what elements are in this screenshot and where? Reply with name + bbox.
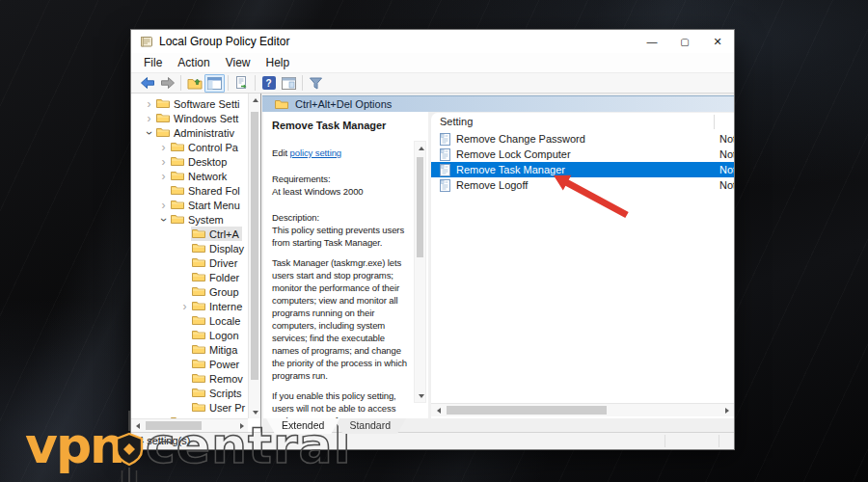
- policy-setting-icon: [440, 133, 450, 146]
- policy-row-remove-change-password[interactable]: Remove Change PasswordNot: [431, 131, 734, 147]
- tree-item-system[interactable]: ›System: [131, 212, 248, 227]
- tree-item-body[interactable]: Software Setti: [155, 96, 242, 111]
- tree-item-locale[interactable]: Locale: [131, 313, 248, 328]
- tree-item-body[interactable]: Locale: [191, 313, 243, 328]
- tree-item-scripts[interactable]: Scripts: [131, 386, 248, 400]
- scroll-left-icon[interactable]: [131, 419, 144, 432]
- filter-icon[interactable]: [306, 74, 326, 93]
- tab-extended[interactable]: Extended: [266, 418, 339, 434]
- tree-item-body[interactable]: System: [170, 212, 227, 227]
- chevron-collapsed-icon[interactable]: ›: [157, 143, 170, 152]
- back-icon[interactable]: [137, 74, 157, 93]
- close-button[interactable]: ✕: [701, 30, 734, 53]
- tree-item-body[interactable]: Remov: [191, 371, 246, 386]
- chevron-collapsed-icon[interactable]: ›: [143, 114, 155, 123]
- tree-item-body[interactable]: Mitiga: [191, 342, 240, 357]
- export-list-icon[interactable]: [231, 74, 252, 93]
- tree-item-remov[interactable]: Remov: [131, 371, 248, 386]
- chevron-collapsed-icon[interactable]: ›: [157, 172, 170, 181]
- tree-item-start-menu[interactable]: ›Start Menu: [131, 198, 248, 212]
- tree-hscroll-thumb[interactable]: [146, 421, 202, 430]
- menu-action[interactable]: Action: [170, 54, 217, 71]
- tree-item-body[interactable]: Control Pa: [170, 140, 241, 154]
- minimize-button[interactable]: —: [636, 30, 668, 53]
- tree-item-network[interactable]: ›Network: [131, 169, 248, 183]
- menu-file[interactable]: File: [136, 54, 170, 71]
- tree-item-body[interactable]: Administrativ: [155, 125, 237, 140]
- tree-item-body[interactable]: Folder: [191, 270, 242, 284]
- show-window-icon[interactable]: [279, 74, 299, 93]
- chevron-expanded-icon[interactable]: ›: [159, 213, 169, 226]
- list-hscroll-thumb[interactable]: [447, 406, 607, 415]
- tree-item-user-pr[interactable]: User Pr: [131, 400, 248, 415]
- tree-item-body[interactable]: Scripts: [191, 386, 245, 400]
- chevron-expanded-icon[interactable]: ›: [145, 126, 154, 139]
- tree-item-body[interactable]: Start Menu: [170, 198, 243, 212]
- tree-item-body[interactable]: User Pr: [191, 400, 248, 415]
- tab-standard[interactable]: Standard: [334, 418, 406, 434]
- tree-item-folder[interactable]: Folder: [131, 270, 248, 284]
- tree-item-driver[interactable]: Driver: [131, 255, 248, 270]
- tree-item-logon[interactable]: Logon: [131, 328, 248, 342]
- details-vertical-scrollbar[interactable]: [414, 141, 426, 403]
- tree-item-body[interactable]: Logon: [191, 328, 242, 342]
- policy-row-remove-lock-computer[interactable]: Remove Lock ComputerNot: [431, 147, 734, 162]
- maximize-button[interactable]: ▢: [668, 30, 701, 53]
- tree-item-label: Scripts: [209, 388, 242, 399]
- tree-item-desktop[interactable]: ›Desktop: [131, 154, 248, 169]
- policy-row-remove-logoff[interactable]: Remove LogoffNot: [431, 177, 734, 193]
- tree-horizontal-scrollbar[interactable]: [131, 418, 248, 432]
- tree-item-body[interactable]: Ctrl+A: [191, 227, 242, 241]
- scroll-down-icon[interactable]: [249, 406, 261, 418]
- tree-item-label: Administrativ: [174, 127, 234, 139]
- details-scroll-thumb[interactable]: [417, 157, 423, 257]
- tree-item-body[interactable]: Driver: [191, 255, 240, 270]
- titlebar[interactable]: Local Group Policy Editor — ▢ ✕: [131, 30, 734, 53]
- tree-item-body[interactable]: Interne: [191, 299, 245, 313]
- chevron-collapsed-icon[interactable]: ›: [178, 302, 191, 311]
- tree-item-body[interactable]: Network: [170, 169, 230, 183]
- chevron-collapsed-icon[interactable]: ›: [157, 157, 170, 167]
- tree-item-body[interactable]: Shared Fol: [170, 183, 243, 198]
- tree-item-control-pa[interactable]: ›Control Pa: [131, 140, 248, 154]
- list-horizontal-scrollbar[interactable]: [431, 403, 734, 416]
- requirements-value: At least Windows 2000: [272, 185, 413, 198]
- column-divider[interactable]: [714, 115, 715, 129]
- scroll-right-icon[interactable]: [720, 404, 733, 416]
- menu-view[interactable]: View: [218, 54, 258, 71]
- tree-item-mitiga[interactable]: Mitiga: [131, 342, 248, 357]
- policy-row-remove-task-manager[interactable]: Remove Task ManagerNot: [431, 162, 734, 177]
- tree-item-body[interactable]: Windows Sett: [155, 111, 241, 125]
- tree-item-display[interactable]: Display: [131, 241, 248, 255]
- tree-item-body[interactable]: Power: [191, 357, 242, 371]
- chevron-collapsed-icon[interactable]: ›: [157, 201, 170, 210]
- policy-setting-link[interactable]: policy setting: [290, 147, 342, 158]
- scroll-up-icon[interactable]: [249, 94, 261, 106]
- tree-item-interne[interactable]: ›Interne: [131, 299, 248, 313]
- up-one-level-folder-icon[interactable]: [184, 74, 204, 93]
- tree-item-administrativ[interactable]: ›Administrativ: [131, 125, 248, 140]
- tree-item-windows-sett[interactable]: ›Windows Sett: [131, 111, 248, 125]
- scroll-down-icon[interactable]: [415, 389, 427, 402]
- tree-item-body[interactable]: Desktop: [170, 154, 230, 169]
- menu-help[interactable]: Help: [258, 54, 298, 71]
- tree-vertical-scrollbar[interactable]: [248, 94, 260, 418]
- tree-item-ctrl-a[interactable]: Ctrl+A: [131, 227, 248, 241]
- tree-scroll-thumb[interactable]: [251, 112, 258, 380]
- tree-item-shared-fol[interactable]: Shared Fol: [131, 183, 248, 198]
- tree-item-group[interactable]: Group: [131, 284, 248, 299]
- scroll-left-icon[interactable]: [432, 404, 445, 416]
- list-header[interactable]: Setting: [431, 113, 734, 130]
- scroll-right-icon[interactable]: [235, 419, 248, 432]
- scroll-up-icon[interactable]: [415, 142, 427, 154]
- help-icon[interactable]: ?: [258, 74, 279, 93]
- tree-item-body[interactable]: Group: [191, 284, 242, 299]
- tree-item-software-setti[interactable]: ›Software Setti: [131, 96, 248, 111]
- policy-name: Remove Task Manager: [456, 164, 565, 175]
- chevron-collapsed-icon[interactable]: ›: [143, 99, 155, 109]
- tree-item-body[interactable]: Display: [191, 241, 247, 255]
- tree-item-power[interactable]: Power: [131, 357, 248, 371]
- setting-column-header[interactable]: Setting: [440, 116, 473, 127]
- forward-icon[interactable]: [157, 74, 177, 93]
- show-console-tree-icon[interactable]: [204, 74, 225, 93]
